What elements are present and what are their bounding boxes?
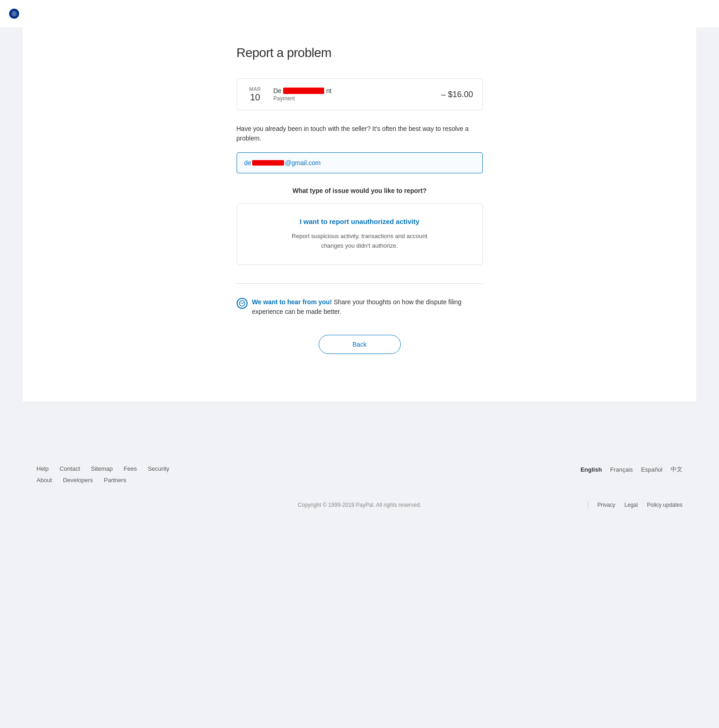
- transaction-day: 10: [246, 92, 264, 103]
- transaction-name: De nt: [274, 87, 441, 94]
- footer-link-fees[interactable]: Fees: [124, 465, 137, 472]
- footer-bottom: Copyright © 1999-2019 PayPal. All rights…: [36, 497, 683, 508]
- transaction-name-prefix: De: [274, 87, 282, 94]
- footer-link-privacy[interactable]: Privacy: [597, 502, 615, 508]
- feedback-section: We want to hear from you! Share your tho…: [237, 297, 483, 317]
- footer-bottom-links: Privacy Legal Policy updates: [588, 501, 683, 509]
- footer-links-row2: About Developers Partners: [36, 477, 169, 484]
- footer-link-developers[interactable]: Developers: [63, 477, 93, 484]
- issue-card-title: I want to report unauthorized activity: [246, 218, 473, 225]
- footer-links-row1: Help Contact Sitemap Fees Security: [36, 465, 169, 472]
- footer-link-legal[interactable]: Legal: [625, 502, 638, 508]
- spacer: [0, 401, 719, 447]
- footer-links-left: Help Contact Sitemap Fees Security About…: [36, 465, 169, 484]
- footer-link-about[interactable]: About: [36, 477, 52, 484]
- main-card: Report a problem MAR 10 De nt Payment – …: [23, 27, 696, 401]
- email-redacted: [252, 160, 284, 166]
- footer-link-sitemap[interactable]: Sitemap: [91, 465, 113, 472]
- content-area: Report a problem MAR 10 De nt Payment – …: [228, 46, 492, 354]
- footer-divider: [588, 501, 588, 509]
- copyright: Copyright © 1999-2019 PayPal. All rights…: [36, 502, 683, 508]
- transaction-amount: – $16.00: [441, 90, 473, 99]
- footer-lang-english[interactable]: English: [580, 466, 602, 473]
- redacted-name: [283, 88, 324, 94]
- footer-lang-chinese[interactable]: 中文: [671, 465, 683, 473]
- seller-question: Have you already been in touch with the …: [237, 124, 483, 143]
- footer-language-group: English Français Español 中文: [580, 465, 683, 473]
- transaction-info: De nt Payment: [274, 87, 441, 102]
- footer-links-row: Help Contact Sitemap Fees Security About…: [36, 465, 683, 484]
- email-suffix: @gmail.com: [285, 159, 321, 166]
- transaction-type: Payment: [274, 95, 441, 102]
- divider: [237, 283, 483, 284]
- footer-link-security[interactable]: Security: [148, 465, 169, 472]
- footer-link-partners[interactable]: Partners: [104, 477, 126, 484]
- top-bar: [0, 0, 719, 27]
- feedback-text: We want to hear from you! Share your tho…: [252, 297, 483, 317]
- footer-lang-espanol[interactable]: Español: [641, 466, 662, 473]
- feedback-icon: [237, 298, 248, 309]
- issue-card[interactable]: I want to report unauthorized activity R…: [237, 203, 483, 265]
- transaction-month: MAR: [246, 86, 264, 92]
- footer: Help Contact Sitemap Fees Security About…: [0, 447, 719, 522]
- back-button[interactable]: Back: [319, 335, 401, 354]
- page-title: Report a problem: [237, 46, 483, 60]
- transaction-card: MAR 10 De nt Payment – $16.00: [237, 78, 483, 110]
- footer-lang-francais[interactable]: Français: [610, 466, 633, 473]
- seller-email-box: de @gmail.com: [237, 152, 483, 173]
- seller-email: de @gmail.com: [244, 159, 475, 166]
- transaction-name-suffix: nt: [326, 87, 331, 94]
- footer-link-contact[interactable]: Contact: [60, 465, 80, 472]
- feedback-highlight: We want to hear from you!: [252, 298, 332, 306]
- issue-card-description: Report suspicious activity, transactions…: [291, 232, 428, 251]
- footer-link-policy-updates[interactable]: Policy updates: [647, 502, 683, 508]
- email-prefix: de: [244, 159, 252, 166]
- footer-link-help[interactable]: Help: [36, 465, 49, 472]
- paypal-logo: [9, 9, 19, 19]
- transaction-date: MAR 10: [246, 86, 264, 103]
- issue-question: What type of issue would you like to rep…: [237, 187, 483, 194]
- svg-point-0: [11, 11, 17, 16]
